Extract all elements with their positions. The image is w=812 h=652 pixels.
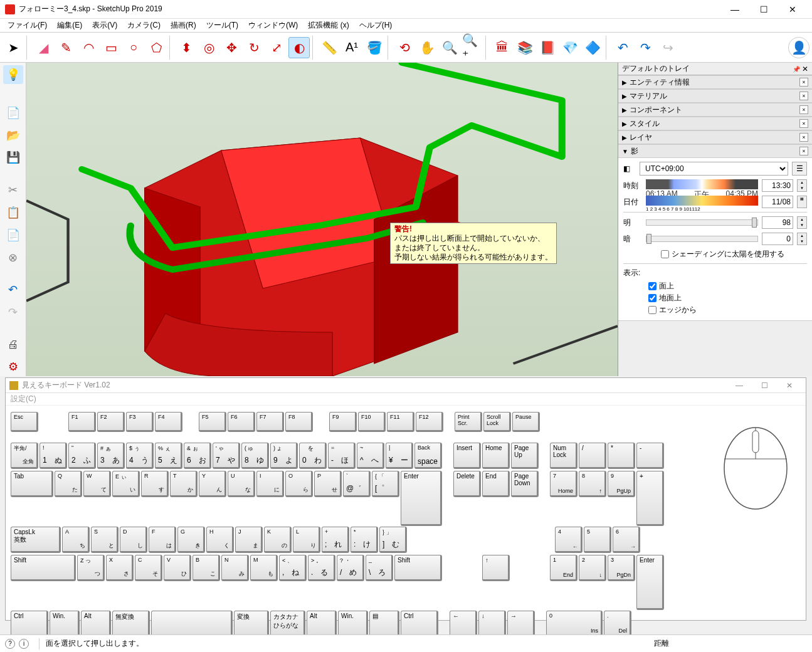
menu-view[interactable]: 表示(V) [87, 19, 122, 32]
delete-icon[interactable]: ⊗ [3, 248, 23, 267]
dark-input[interactable] [762, 233, 793, 245]
key-num1[interactable]: 1End [550, 555, 577, 581]
key-2[interactable]: "2 ふ [68, 443, 96, 469]
key-8[interactable]: ( ゅ8 ゆ [241, 443, 269, 469]
tray-title-bar[interactable]: デフォルトのトレイ 📌 ✕ [618, 63, 812, 75]
paste-icon[interactable]: 📄 [3, 226, 23, 244]
shadow-toggle-icon[interactable]: ◧ [623, 164, 636, 173]
key-hankaku[interactable]: 半角/全角 [11, 443, 38, 469]
orbit-tool-icon[interactable]: ⟲ [394, 37, 415, 58]
key-semicolon[interactable]: +; れ [322, 527, 349, 553]
key-b[interactable]: Bこ [192, 555, 220, 581]
key-q[interactable]: Qた [55, 471, 82, 497]
key-yen[interactable]: |¥ ー [386, 443, 413, 469]
key-y[interactable]: Yん [199, 471, 226, 497]
instructor-icon[interactable]: 💡 [3, 65, 23, 84]
key-muhenkan[interactable]: 無変換 [112, 611, 150, 637]
kbd-title-bar[interactable]: 見えるキーボード Ver1.02 — ☐ ✕ [6, 378, 806, 393]
cut-icon[interactable]: ✂ [3, 181, 23, 199]
key-at[interactable]: `@゛ [343, 471, 371, 497]
panel-style[interactable]: ▶スタイル× [618, 117, 812, 130]
kbd-maximize-button[interactable]: ☐ [752, 381, 777, 390]
key-f9[interactable]: F9 [329, 412, 357, 432]
pushpull-tool-icon[interactable]: ⬍ [176, 37, 197, 58]
followme-tool-icon[interactable]: ◐ [288, 37, 310, 58]
key-f8[interactable]: F8 [285, 412, 313, 432]
key-i[interactable]: Iに [256, 471, 284, 497]
date-slider[interactable]: 1 2 3 4 5 6 7 8 9 101112 [646, 196, 758, 208]
key-num2[interactable]: 2↓ [579, 555, 606, 581]
kbd-minimize-button[interactable]: — [727, 381, 752, 390]
move-tool-icon[interactable]: ✥ [221, 37, 242, 58]
key-period[interactable]: > 。. る [308, 555, 335, 581]
key-k[interactable]: Kの [264, 527, 292, 553]
rectangle-tool-icon[interactable]: ▭ [100, 37, 122, 58]
key-f10[interactable]: F10 [358, 412, 386, 432]
key-num3[interactable]: 3PgDn [608, 555, 635, 581]
copy-icon[interactable]: 📋 [3, 203, 23, 222]
key-7[interactable]: ' ゃ7 や [213, 443, 240, 469]
zoom-tool-icon[interactable]: 🔍 [439, 37, 460, 58]
key-f[interactable]: Fは [149, 527, 176, 553]
key-num9[interactable]: 9PgUp [608, 471, 635, 497]
zoom-extents-tool-icon[interactable]: 🔍⁺ [461, 37, 483, 58]
key-numdot[interactable]: .Del [604, 611, 631, 637]
key-num5[interactable]: 5 [584, 527, 611, 553]
key-tab[interactable]: Tab [11, 471, 53, 497]
undo-icon[interactable]: ↶ [612, 37, 633, 58]
edges-checkbox[interactable] [648, 306, 656, 314]
key-num0[interactable]: 0Ins [546, 611, 603, 637]
key-capslock[interactable]: CapsLk英数 [11, 527, 61, 553]
dark-spinner[interactable]: ▲▼ [797, 233, 807, 245]
key-f1[interactable]: F1 [68, 412, 96, 432]
key-4[interactable]: $ ぅ4 う [126, 443, 154, 469]
menu-file[interactable]: ファイル(F) [3, 19, 52, 32]
key-right[interactable]: → [507, 611, 535, 637]
close-icon[interactable]: × [799, 92, 808, 100]
light-input[interactable] [762, 216, 793, 229]
key-0[interactable]: を0 わ [299, 443, 327, 469]
key-z[interactable]: Z っつ [77, 555, 105, 581]
rotate-tool-icon[interactable]: ↻ [243, 37, 265, 58]
key-f4[interactable]: F4 [155, 412, 182, 432]
key-f6[interactable]: F6 [228, 412, 255, 432]
key-scrolllock[interactable]: ScrollLock [483, 412, 511, 432]
menu-tools[interactable]: ツール(T) [201, 19, 243, 32]
key-numsub[interactable]: - [636, 443, 664, 469]
tray-close-icon[interactable]: ✕ [802, 65, 808, 73]
key-lshift[interactable]: Shift [11, 555, 76, 581]
forward-icon[interactable]: ↪ [657, 37, 678, 58]
pan-tool-icon[interactable]: ✋ [416, 37, 438, 58]
key-s[interactable]: Sと [91, 527, 119, 553]
key-x[interactable]: Xさ [106, 555, 134, 581]
warehouse-icon[interactable]: 🏛 [492, 37, 513, 58]
key-num7[interactable]: 7Home [550, 471, 577, 497]
key-p[interactable]: Pせ [314, 471, 342, 497]
key-3[interactable]: # ぁ3 あ [97, 443, 125, 469]
key-5[interactable]: % ぇ5 え [155, 443, 182, 469]
circle-tool-icon[interactable]: ○ [123, 37, 144, 58]
panel-shadow[interactable]: ▼影× [618, 144, 812, 158]
close-icon[interactable]: × [799, 105, 808, 114]
key-nummul[interactable]: * [608, 443, 635, 469]
key-c[interactable]: Cそ [135, 555, 162, 581]
menu-extensions[interactable]: 拡張機能 (x) [303, 19, 354, 32]
arc-tool-icon[interactable]: ◠ [78, 37, 99, 58]
key-6[interactable]: & ぉ6 お [184, 443, 211, 469]
key-d[interactable]: Dし [120, 527, 147, 553]
key-v[interactable]: Vひ [164, 555, 191, 581]
key-m[interactable]: Mも [250, 555, 278, 581]
key-app[interactable]: ▤ [369, 611, 399, 637]
kbd-menu-settings[interactable]: 設定(C) [11, 394, 36, 404]
redo-left-icon[interactable]: ↷ [3, 303, 23, 322]
panel-layer[interactable]: ▶レイヤ× [618, 130, 812, 144]
pin-icon[interactable]: 📌 [793, 66, 800, 73]
key-delete[interactable]: Delete [453, 471, 481, 497]
print-icon[interactable]: 🖨 [3, 335, 23, 354]
warehouse3-icon[interactable]: 📕 [537, 37, 558, 58]
close-icon[interactable]: × [799, 133, 808, 142]
key-left[interactable]: ← [450, 611, 477, 637]
menu-help[interactable]: ヘルプ(H) [354, 19, 398, 32]
key-kana[interactable]: カタカナひらがな [270, 611, 305, 637]
key-f2[interactable]: F2 [97, 412, 125, 432]
